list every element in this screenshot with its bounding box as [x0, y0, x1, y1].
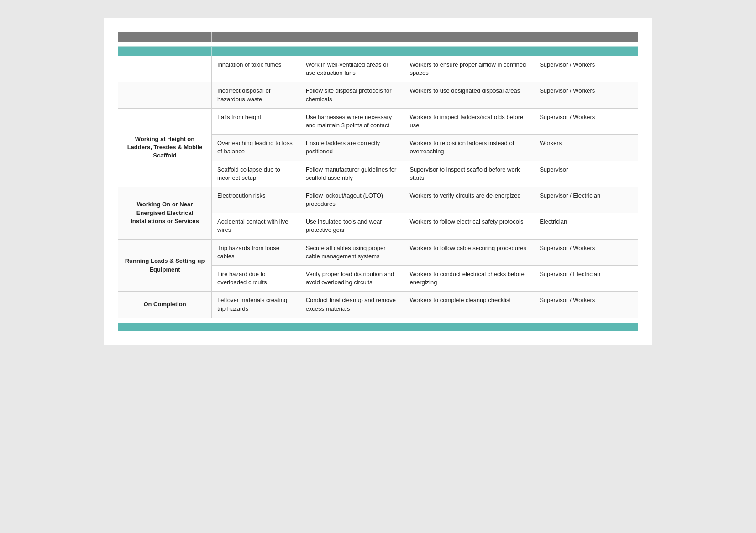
teal-footer — [118, 323, 638, 331]
responsible-cell: Supervisor / Electrician — [534, 187, 638, 213]
task-cell — [118, 82, 212, 108]
table-row: Inhalation of toxic fumesWork in well-ve… — [118, 56, 638, 82]
hazard-cell: Overreaching leading to loss of balance — [212, 135, 300, 161]
implementation-cell: Workers to complete cleanup checklist — [404, 292, 534, 318]
table-row: Incorrect disposal of hazardous wasteFol… — [118, 82, 638, 108]
table-row: On CompletionLeftover materials creating… — [118, 292, 638, 318]
spacer — [118, 42, 638, 47]
responsible-cell: Workers — [534, 135, 638, 161]
task-cell: Working On or Near Energised Electrical … — [118, 187, 212, 239]
subheader-implementation — [404, 47, 534, 56]
subheader-hrcw — [118, 47, 212, 56]
risk-table: Inhalation of toxic fumesWork in well-ve… — [118, 32, 638, 318]
hazard-cell: Trip hazards from loose cables — [212, 239, 300, 265]
control-measure-cell: Verify proper load distribution and avoi… — [300, 266, 404, 292]
hazard-cell: Scaffold collapse due to incorrect setup — [212, 161, 300, 187]
header-sub-row — [118, 47, 638, 56]
task-cell: On Completion — [118, 292, 212, 318]
implementation-cell: Workers to follow cable securing procedu… — [404, 239, 534, 265]
control-measure-cell: Work in well-ventilated areas or use ext… — [300, 56, 404, 82]
table-row: Working On or Near Energised Electrical … — [118, 187, 638, 213]
task-cell: Running Leads & Setting-up Equipment — [118, 239, 212, 292]
implementation-cell: Workers to reposition ladders instead of… — [404, 135, 534, 161]
task-cell — [118, 56, 212, 82]
responsible-cell: Supervisor — [534, 161, 638, 187]
hazard-cell: Inhalation of toxic fumes — [212, 56, 300, 82]
control-measure-cell: Follow manufacturer guidelines for scaff… — [300, 161, 404, 187]
responsible-cell: Electrician — [534, 213, 638, 239]
responsible-cell: Supervisor / Workers — [534, 82, 638, 108]
implementation-cell: Workers to verify circuits are de-energi… — [404, 187, 534, 213]
hazard-cell: Falls from height — [212, 108, 300, 134]
control-measure-cell: Use harnesses where necessary and mainta… — [300, 108, 404, 134]
responsible-cell: Supervisor / Workers — [534, 108, 638, 134]
subheader-control — [300, 47, 404, 56]
subheader-responsible — [534, 47, 638, 56]
implementation-cell: Supervisor to inspect scaffold before wo… — [404, 161, 534, 187]
control-measure-cell: Conduct final cleanup and remove excess … — [300, 292, 404, 318]
responsible-cell: Supervisor / Workers — [534, 239, 638, 265]
implementation-cell: Workers to inspect ladders/scaffolds bef… — [404, 108, 534, 134]
header-hazards — [212, 32, 300, 42]
table-row: Working at Height on Ladders, Trestles &… — [118, 108, 638, 134]
control-measure-cell: Ensure ladders are correctly positioned — [300, 135, 404, 161]
hazard-cell: Incorrect disposal of hazardous waste — [212, 82, 300, 108]
hazard-cell: Fire hazard due to overloaded circuits — [212, 266, 300, 292]
responsible-cell: Supervisor / Workers — [534, 56, 638, 82]
implementation-cell: Workers to follow electrical safety prot… — [404, 213, 534, 239]
hazard-cell: Leftover materials creating trip hazards — [212, 292, 300, 318]
header-top-row — [118, 32, 638, 42]
task-cell: Working at Height on Ladders, Trestles &… — [118, 108, 212, 187]
implementation-cell: Workers to ensure proper airflow in conf… — [404, 56, 534, 82]
hazard-cell: Electrocution risks — [212, 187, 300, 213]
header-measures — [300, 32, 638, 42]
implementation-cell: Workers to use designated disposal areas — [404, 82, 534, 108]
control-measure-cell: Follow site disposal protocols for chemi… — [300, 82, 404, 108]
table-row: Running Leads & Setting-up EquipmentTrip… — [118, 239, 638, 265]
control-measure-cell: Follow lockout/tagout (LOTO) procedures — [300, 187, 404, 213]
control-measure-cell: Secure all cables using proper cable man… — [300, 239, 404, 265]
subheader-hazards — [212, 47, 300, 56]
hazard-cell: Accidental contact with live wires — [212, 213, 300, 239]
implementation-cell: Workers to conduct electrical checks bef… — [404, 266, 534, 292]
table-body: Inhalation of toxic fumesWork in well-ve… — [118, 56, 638, 318]
responsible-cell: Supervisor / Workers — [534, 292, 638, 318]
page-wrapper: Inhalation of toxic fumesWork in well-ve… — [104, 18, 652, 345]
header-tasks — [118, 32, 212, 42]
responsible-cell: Supervisor / Electrician — [534, 266, 638, 292]
control-measure-cell: Use insulated tools and wear protective … — [300, 213, 404, 239]
